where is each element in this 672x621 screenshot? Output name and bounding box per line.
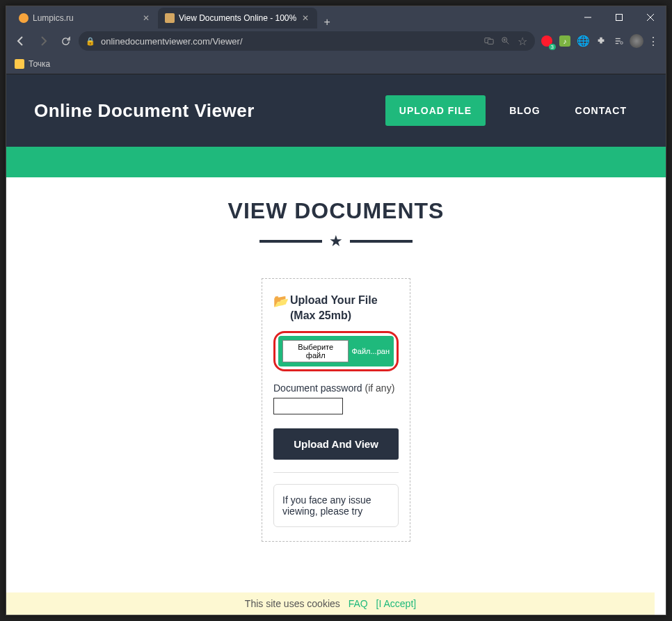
nav-upload-file[interactable]: UPLOAD FILE xyxy=(385,95,486,126)
titlebar: Lumpics.ru ✕ View Documents Online - 100… xyxy=(6,6,666,29)
tab-title: View Documents Online - 100% xyxy=(179,13,296,23)
tabs-strip: Lumpics.ru ✕ View Documents Online - 100… xyxy=(6,6,572,29)
page-heading: VIEW DOCUMENTS xyxy=(6,198,666,224)
site-nav: UPLOAD FILE BLOG CONTACT xyxy=(385,95,638,126)
tab-title: Lumpics.ru xyxy=(33,13,137,23)
toolbar-extensions: 3 ♪ 🌐 ⋮ xyxy=(539,33,660,49)
kebab-menu-icon[interactable]: ⋮ xyxy=(646,35,660,48)
cookie-banner: This site uses cookies FAQ [I Accept] xyxy=(6,592,655,615)
translate-icon[interactable] xyxy=(483,35,495,47)
upload-title-text: Upload Your File (Max 25mb) xyxy=(290,293,399,324)
upload-title: 📂 Upload Your File (Max 25mb) xyxy=(273,293,399,324)
page-scroll[interactable]: Online Document Viewer UPLOAD FILE BLOG … xyxy=(6,74,666,615)
zoom-icon[interactable] xyxy=(500,35,511,47)
site-title: Online Document Viewer xyxy=(34,100,255,122)
favicon-lumpics xyxy=(19,13,29,23)
minimize-button[interactable] xyxy=(572,6,603,29)
address-bar[interactable]: 🔒 onlinedocumentviewer.com/Viewer/ ☆ xyxy=(79,31,535,51)
svg-point-13 xyxy=(621,42,623,45)
folder-open-icon: 📂 xyxy=(273,293,289,310)
close-tab-icon[interactable]: ✕ xyxy=(301,13,310,23)
svg-rect-5 xyxy=(488,39,493,44)
reload-button[interactable] xyxy=(56,32,74,50)
ext-music-icon[interactable]: ♪ xyxy=(557,33,573,49)
divider xyxy=(273,472,399,473)
svg-line-7 xyxy=(506,42,509,45)
browser-window: Lumpics.ru ✕ View Documents Online - 100… xyxy=(6,6,666,615)
ext-opera-icon[interactable]: 3 xyxy=(539,33,554,49)
choose-file-button[interactable]: Выберите файл xyxy=(282,340,349,362)
lock-icon: 🔒 xyxy=(86,37,95,46)
info-box: If you face any issue viewing, please tr… xyxy=(273,484,399,527)
extensions-icon[interactable] xyxy=(593,33,609,49)
playlist-icon[interactable] xyxy=(611,33,627,49)
file-status-text: Файл...ран xyxy=(351,347,390,355)
bookmark-tochka[interactable]: Точка xyxy=(15,59,50,69)
window-controls xyxy=(572,6,666,29)
favicon-viewdocs xyxy=(165,13,175,23)
maximize-button[interactable] xyxy=(603,6,634,29)
file-input-highlight: Выберите файл Файл...ран xyxy=(273,331,399,371)
forward-button[interactable] xyxy=(34,32,52,50)
site-header: Online Document Viewer UPLOAD FILE BLOG … xyxy=(6,74,666,147)
close-tab-icon[interactable]: ✕ xyxy=(141,13,151,23)
file-input-row: Выберите файл Файл...ран xyxy=(278,336,394,366)
heading-divider: ★ xyxy=(6,232,666,250)
password-label: Document password (if any) xyxy=(273,382,399,394)
viewport: Online Document Viewer UPLOAD FILE BLOG … xyxy=(6,74,666,615)
cookie-text: This site uses cookies xyxy=(245,598,340,609)
url-text: onlinedocumentviewer.com/Viewer/ xyxy=(101,36,478,47)
tab-lumpics[interactable]: Lumpics.ru ✕ xyxy=(12,8,158,29)
divider-line xyxy=(259,240,322,243)
password-input[interactable] xyxy=(273,398,343,414)
toolbar: 🔒 onlinedocumentviewer.com/Viewer/ ☆ 3 ♪… xyxy=(6,29,666,54)
close-window-button[interactable] xyxy=(634,6,666,29)
bookmark-label: Точка xyxy=(29,59,50,69)
ext-globe-icon[interactable]: 🌐 xyxy=(575,33,591,49)
back-button[interactable] xyxy=(12,32,30,50)
nav-blog[interactable]: BLOG xyxy=(498,97,551,124)
divider-line xyxy=(350,240,413,243)
new-tab-button[interactable]: + xyxy=(317,16,337,29)
nav-contact[interactable]: CONTACT xyxy=(564,97,638,124)
info-text: If you face any issue viewing, please tr… xyxy=(282,494,371,517)
svg-rect-1 xyxy=(616,15,622,21)
folder-icon xyxy=(15,59,24,69)
star-icon[interactable]: ☆ xyxy=(517,35,528,47)
cookie-faq-link[interactable]: FAQ xyxy=(349,598,368,609)
profile-avatar[interactable] xyxy=(630,34,643,48)
upload-card: 📂 Upload Your File (Max 25mb) Выберите ф… xyxy=(262,278,410,542)
bookmarks-bar: Точка xyxy=(6,54,666,74)
green-band xyxy=(6,147,666,177)
upload-and-view-button[interactable]: Upload And View xyxy=(273,428,399,460)
star-icon: ★ xyxy=(329,232,343,250)
tab-viewdocs[interactable]: View Documents Online - 100% ✕ xyxy=(158,8,317,29)
cookie-accept-link[interactable]: [I Accept] xyxy=(376,598,417,609)
